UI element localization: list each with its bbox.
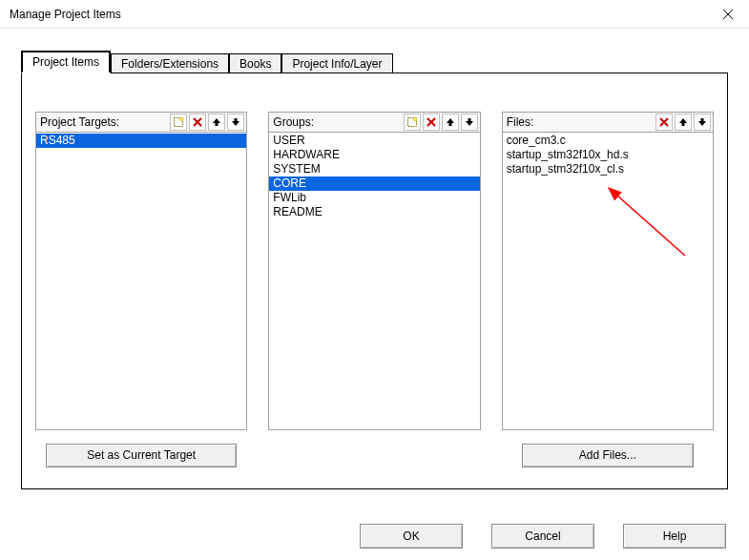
tab-folders-extensions[interactable]: Folders/Extensions [111, 53, 229, 73]
list-item[interactable]: startup_stm32f10x_cl.s [503, 162, 713, 176]
tab-label: Books [239, 57, 271, 71]
panel-groups: Groups: [268, 112, 480, 467]
delete-icon [426, 116, 437, 128]
list-item[interactable]: HARDWARE [269, 148, 479, 162]
list-item[interactable]: core_cm3.c [503, 134, 713, 148]
files-listbox[interactable]: core_cm3.cstartup_stm32f10x_hd.sstartup_… [502, 133, 714, 430]
list-item[interactable]: RS485 [36, 134, 246, 148]
panel-header-targets: Project Targets: [35, 112, 247, 133]
arrow-up-icon [211, 116, 222, 128]
delete-file-button[interactable] [655, 114, 673, 131]
cancel-button[interactable]: Cancel [491, 524, 594, 549]
new-target-button[interactable] [170, 114, 187, 131]
tab-project-items[interactable]: Project Items [21, 51, 111, 73]
close-button[interactable] [707, 0, 749, 28]
close-icon [723, 10, 733, 19]
move-group-up-button[interactable] [442, 114, 459, 131]
delete-group-button[interactable] [423, 114, 440, 131]
list-item[interactable]: startup_stm32f10x_hd.s [503, 148, 713, 162]
move-file-up-button[interactable] [675, 114, 692, 131]
panel-header-groups: Groups: [268, 112, 480, 133]
arrow-up-icon [677, 116, 689, 128]
move-file-down-button[interactable] [694, 114, 711, 131]
new-icon [406, 116, 418, 128]
tab-label: Folders/Extensions [121, 57, 218, 71]
ok-button[interactable]: OK [360, 524, 463, 549]
panel-header-label: Files: [507, 115, 534, 129]
panel-tools-files [655, 114, 711, 131]
new-icon [173, 116, 184, 128]
move-target-up-button[interactable] [208, 114, 225, 131]
svg-point-7 [413, 117, 417, 121]
tab-books[interactable]: Books [229, 53, 281, 73]
panel-header-label: Project Targets: [40, 115, 119, 129]
arrow-up-icon [445, 116, 456, 128]
move-target-down-button[interactable] [227, 114, 244, 131]
content-frame: Project Targets: [21, 73, 728, 489]
delete-target-button[interactable] [189, 114, 206, 131]
list-item[interactable]: README [269, 205, 479, 219]
panel-project-targets: Project Targets: [35, 112, 247, 467]
tab-project-info-layer[interactable]: Project Info/Layer [281, 53, 392, 73]
list-item[interactable]: USER [269, 134, 479, 148]
new-group-button[interactable] [404, 114, 421, 131]
delete-icon [658, 116, 670, 128]
panel-tools-groups [404, 114, 478, 131]
tab-strip: Project Items Folders/Extensions Books P… [0, 29, 749, 73]
targets-listbox[interactable]: RS485 [35, 133, 247, 430]
tab-label: Project Items [32, 55, 99, 69]
add-files-button[interactable]: Add Files... [522, 444, 694, 467]
groups-listbox[interactable]: USERHARDWARESYSTEMCOREFWLibREADME [268, 133, 480, 430]
tab-label: Project Info/Layer [292, 57, 382, 71]
arrow-down-icon [230, 116, 241, 128]
list-item[interactable]: SYSTEM [269, 162, 479, 176]
move-group-down-button[interactable] [461, 114, 478, 131]
panel-tools-targets [170, 114, 244, 131]
titlebar: Manage Project Items [0, 0, 749, 29]
help-button[interactable]: Help [623, 524, 726, 549]
panel-header-files: Files: [502, 112, 714, 133]
set-as-current-target-button[interactable]: Set as Current Target [46, 444, 237, 467]
dialog-button-row: OK Cancel Help [0, 524, 749, 549]
window-title: Manage Project Items [10, 8, 121, 21]
arrow-down-icon [697, 116, 708, 128]
svg-point-3 [179, 117, 183, 121]
list-item[interactable]: FWLib [269, 191, 479, 205]
panel-header-label: Groups: [273, 115, 314, 129]
panel-files: Files: [502, 112, 714, 467]
delete-icon [192, 116, 203, 128]
list-item[interactable]: CORE [269, 176, 479, 191]
arrow-down-icon [464, 116, 475, 128]
